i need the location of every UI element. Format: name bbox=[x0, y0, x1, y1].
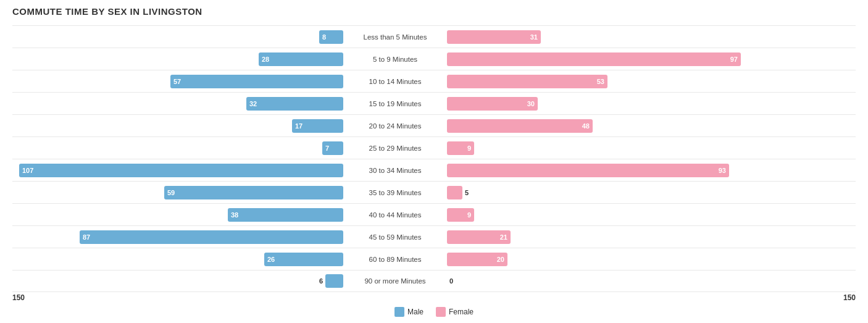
left-bar-area: 87 bbox=[12, 230, 346, 244]
male-bar: 17 bbox=[292, 119, 343, 133]
male-bar-value: 59 bbox=[164, 189, 178, 196]
female-bar-value: 21 bbox=[497, 233, 511, 241]
chart-title: COMMUTE TIME BY SEX IN LIVINGSTON bbox=[12, 6, 202, 17]
legend-female-box bbox=[436, 307, 446, 317]
right-bar-area: 97 bbox=[444, 52, 856, 66]
left-bar-area: 57 bbox=[12, 75, 346, 88]
chart-row: 10730 to 34 Minutes93 bbox=[12, 159, 856, 181]
right-bar-area: 48 bbox=[444, 119, 856, 133]
male-bar: 28 bbox=[259, 52, 343, 66]
legend-male-label: Male bbox=[407, 308, 424, 316]
chart-row: 1720 to 24 Minutes48 bbox=[12, 114, 856, 136]
right-bar-area: 30 bbox=[444, 97, 856, 111]
female-bar-value: 0 bbox=[449, 277, 453, 285]
male-bar-value: 26 bbox=[264, 256, 278, 263]
right-bar-area: 20 bbox=[444, 253, 856, 266]
male-bar-value: 107 bbox=[19, 167, 36, 174]
legend-male: Male bbox=[394, 307, 424, 317]
axis-left: 150 bbox=[12, 293, 25, 302]
female-bar: 9 bbox=[447, 208, 474, 222]
chart-row: 3840 to 44 Minutes9 bbox=[12, 203, 856, 225]
female-bar: 93 bbox=[447, 164, 729, 177]
male-bar-value: 87 bbox=[80, 233, 93, 241]
female-bar-value: 53 bbox=[594, 78, 607, 85]
male-bar-value: 32 bbox=[246, 100, 260, 107]
chart-row: 3215 to 19 Minutes30 bbox=[12, 92, 856, 114]
row-label: 25 to 29 Minutes bbox=[346, 145, 444, 152]
female-bar bbox=[447, 186, 462, 199]
male-bar: 26 bbox=[264, 253, 343, 266]
axis-labels: 150 150 bbox=[12, 293, 856, 302]
male-bar: 32 bbox=[246, 97, 343, 111]
right-bar-area: 5 bbox=[444, 186, 856, 199]
female-bar: 48 bbox=[447, 119, 593, 133]
right-bar-area: 0 bbox=[444, 277, 856, 285]
chart-row: 285 to 9 Minutes97 bbox=[12, 48, 856, 70]
male-bar: 107 bbox=[19, 164, 343, 177]
left-bar-area: 8 bbox=[12, 30, 346, 44]
legend-male-box bbox=[394, 307, 404, 317]
left-bar-area: 28 bbox=[12, 52, 346, 66]
male-bar-value: 6 bbox=[319, 277, 323, 285]
right-bar-area: 53 bbox=[444, 75, 856, 88]
chart-row: 725 to 29 Minutes9 bbox=[12, 136, 856, 159]
row-label: 30 to 34 Minutes bbox=[346, 167, 444, 174]
chart-row: 8745 to 59 Minutes21 bbox=[12, 225, 856, 248]
male-bar-value: 38 bbox=[228, 211, 241, 219]
left-bar-area: 59 bbox=[12, 186, 346, 199]
chart-row: 2660 to 89 Minutes20 bbox=[12, 248, 856, 270]
female-bar-value: 9 bbox=[464, 145, 474, 152]
chart-container: COMMUTE TIME BY SEX IN LIVINGSTON Source… bbox=[12, 6, 856, 317]
male-bar: 57 bbox=[170, 75, 343, 88]
chart-area: 8Less than 5 Minutes31285 to 9 Minutes97… bbox=[12, 25, 856, 292]
male-bar: 38 bbox=[228, 208, 343, 222]
legend-female-label: Female bbox=[449, 308, 474, 316]
male-bar: 8 bbox=[319, 30, 343, 44]
female-bar-value: 5 bbox=[465, 189, 469, 196]
row-label: 60 to 89 Minutes bbox=[346, 256, 444, 263]
right-bar-area: 31 bbox=[444, 30, 856, 44]
row-label: 40 to 44 Minutes bbox=[346, 211, 444, 219]
right-bar-area: 9 bbox=[444, 208, 856, 222]
row-label: 20 to 24 Minutes bbox=[346, 122, 444, 130]
female-bar-value: 9 bbox=[464, 211, 474, 219]
male-bar-value: 7 bbox=[322, 145, 332, 152]
chart-row: 8Less than 5 Minutes31 bbox=[12, 25, 856, 48]
male-bar-value: 17 bbox=[292, 122, 306, 130]
female-bar-value: 30 bbox=[524, 100, 538, 107]
female-bar-value: 48 bbox=[579, 122, 593, 130]
female-bar: 21 bbox=[447, 230, 511, 244]
left-bar-area: 32 bbox=[12, 97, 346, 111]
row-label: 15 to 19 Minutes bbox=[346, 100, 444, 107]
left-bar-area: 26 bbox=[12, 253, 346, 266]
chart-row: 5710 to 14 Minutes53 bbox=[12, 70, 856, 92]
male-bar bbox=[325, 274, 343, 288]
female-bar: 53 bbox=[447, 75, 607, 88]
female-bar: 20 bbox=[447, 253, 507, 266]
row-label: 45 to 59 Minutes bbox=[346, 233, 444, 241]
chart-row: 5935 to 39 Minutes5 bbox=[12, 181, 856, 203]
row-label: 5 to 9 Minutes bbox=[346, 56, 444, 63]
female-bar-value: 93 bbox=[716, 167, 729, 174]
male-bar: 87 bbox=[80, 230, 343, 244]
left-bar-area: 38 bbox=[12, 208, 346, 222]
left-bar-area: 6 bbox=[12, 274, 346, 288]
female-bar: 9 bbox=[447, 141, 474, 155]
female-bar-value: 31 bbox=[527, 33, 541, 41]
female-bar-value: 97 bbox=[727, 56, 741, 63]
legend: Male Female bbox=[12, 307, 856, 317]
left-bar-area: 17 bbox=[12, 119, 346, 133]
row-label: 10 to 14 Minutes bbox=[346, 78, 444, 85]
left-bar-area: 107 bbox=[12, 164, 346, 177]
row-label: 90 or more Minutes bbox=[346, 277, 444, 285]
right-bar-area: 9 bbox=[444, 141, 856, 155]
male-bar-value: 57 bbox=[170, 78, 184, 85]
male-bar: 59 bbox=[164, 186, 343, 199]
male-bar-value: 8 bbox=[319, 33, 329, 41]
female-bar-value: 20 bbox=[494, 256, 507, 263]
right-bar-area: 21 bbox=[444, 230, 856, 244]
male-bar-value: 28 bbox=[259, 56, 272, 63]
female-bar: 31 bbox=[447, 30, 541, 44]
male-bar: 7 bbox=[322, 141, 343, 155]
row-label: Less than 5 Minutes bbox=[346, 33, 444, 41]
